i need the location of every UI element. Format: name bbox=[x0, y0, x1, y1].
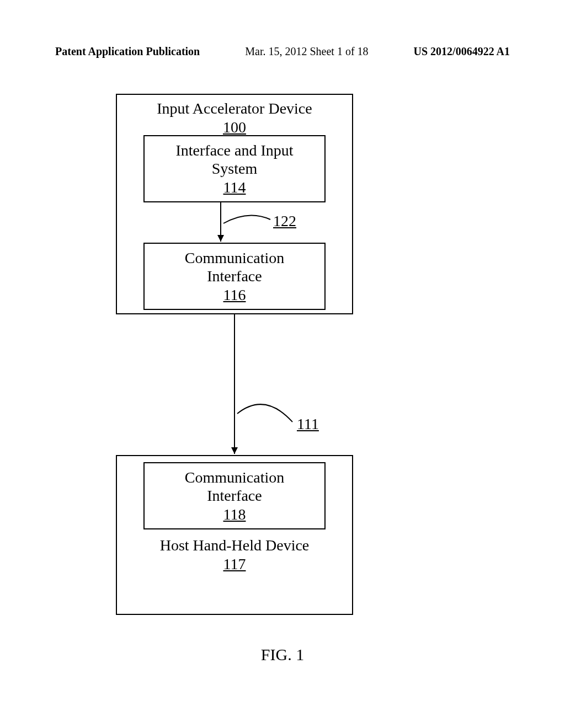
box-interface-input-system: Interface and Input System 114 bbox=[143, 135, 326, 202]
box-b-title2: System bbox=[145, 159, 324, 178]
box-c-title1: Communication bbox=[145, 249, 324, 267]
header-mid: Mar. 15, 2012 Sheet 1 of 18 bbox=[245, 45, 368, 58]
box-a-ref: 100 bbox=[117, 118, 352, 137]
diagram-area: Input Accelerator Device 100 Interface a… bbox=[0, 83, 565, 689]
box-a-title: Input Accelerator Device bbox=[117, 99, 352, 118]
box-c-title2: Interface bbox=[145, 267, 324, 286]
box-b-ref: 114 bbox=[145, 178, 324, 197]
box-d-title: Host Hand-Held Device bbox=[117, 536, 352, 555]
box-e-title1: Communication bbox=[145, 468, 324, 487]
box-e-title2: Interface bbox=[145, 486, 324, 505]
ref-111: 111 bbox=[297, 415, 319, 433]
leader-111 bbox=[237, 404, 292, 422]
header-left: Patent Application Publication bbox=[55, 45, 200, 58]
box-e-ref: 118 bbox=[145, 505, 324, 524]
box-b-title1: Interface and Input bbox=[145, 141, 324, 160]
box-comm-interface-upper: Communication Interface 116 bbox=[143, 243, 326, 310]
figure-caption: FIG. 1 bbox=[0, 645, 565, 664]
box-comm-interface-lower: Communication Interface 118 bbox=[143, 462, 326, 529]
box-c-ref: 116 bbox=[145, 286, 324, 304]
ref-122: 122 bbox=[273, 212, 296, 230]
box-d-ref: 117 bbox=[117, 555, 352, 574]
header-right: US 2012/0064922 A1 bbox=[414, 45, 510, 58]
